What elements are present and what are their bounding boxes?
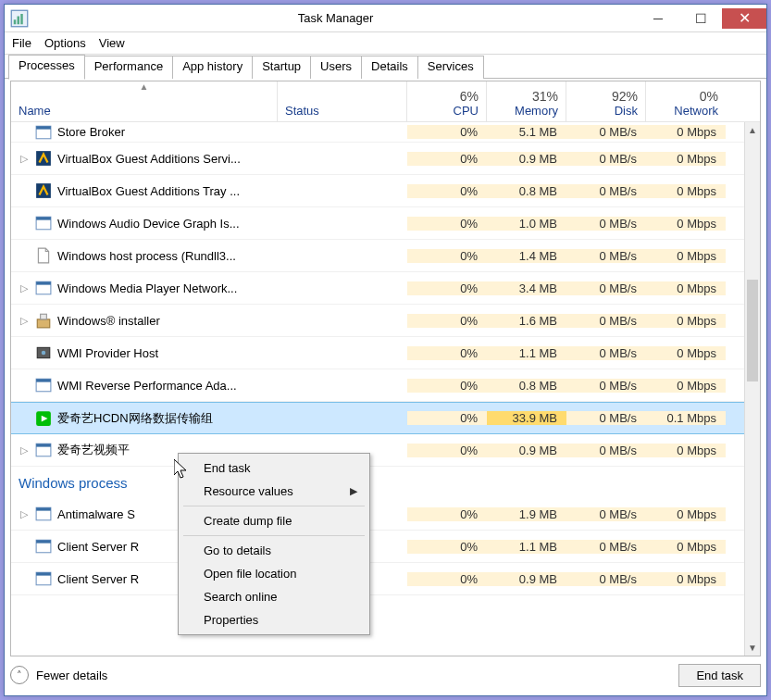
- expand-icon[interactable]: ▷: [17, 282, 31, 294]
- expand-icon[interactable]: ▷: [17, 444, 31, 456]
- table-row[interactable]: Windows host process (Rundll3...0%1.4 MB…: [11, 240, 760, 272]
- process-icon: [35, 442, 52, 458]
- network-cell: 0 Mbps: [646, 281, 726, 295]
- memory-cell: 1.6 MB: [487, 314, 566, 328]
- scroll-thumb[interactable]: [747, 280, 758, 381]
- svg-rect-13: [41, 314, 47, 319]
- svg-rect-17: [36, 379, 51, 381]
- process-icon: [35, 377, 52, 394]
- process-name: WMI Provider Host: [57, 346, 278, 360]
- cpu-cell: 0%: [407, 444, 487, 457]
- table-row[interactable]: Client Server R0%0.9 MB0 MB/s0 Mbps: [11, 563, 760, 595]
- svg-rect-24: [36, 540, 51, 543]
- tab-app-history[interactable]: App history: [172, 56, 253, 79]
- cpu-cell: 0%: [407, 314, 487, 328]
- memory-cell: 5.1 MB: [487, 125, 566, 139]
- ctx-properties[interactable]: Properties: [181, 608, 367, 631]
- table-row[interactable]: Windows Audio Device Graph Is...0%1.0 MB…: [11, 207, 760, 240]
- process-name: Windows Audio Device Graph Is...: [57, 217, 278, 231]
- footer: ˄ Fewer details End task: [10, 658, 761, 692]
- process-name: Store Broker: [57, 125, 278, 139]
- maximize-button[interactable]: ☐: [679, 8, 722, 29]
- end-task-button[interactable]: End task: [678, 664, 761, 687]
- scroll-down-icon[interactable]: ▼: [745, 640, 760, 656]
- scroll-up-icon[interactable]: ▲: [745, 122, 760, 138]
- scrollbar[interactable]: ▲ ▼: [744, 122, 760, 656]
- table-row[interactable]: ▷Windows Media Player Network...0%3.4 MB…: [11, 272, 760, 305]
- minimize-button[interactable]: ─: [637, 8, 679, 29]
- cpu-cell: 0%: [407, 540, 487, 554]
- svg-rect-11: [36, 281, 51, 284]
- menu-separator: [183, 535, 365, 536]
- cpu-cell: 0%: [407, 152, 487, 166]
- menu-view[interactable]: View: [99, 36, 125, 50]
- memory-cell: 0.8 MB: [487, 184, 566, 198]
- tab-performance[interactable]: Performance: [84, 56, 173, 79]
- expand-icon[interactable]: ▷: [17, 315, 31, 327]
- header-memory[interactable]: 31% Memory: [487, 81, 566, 121]
- memory-cell: 33.9 MB: [487, 411, 566, 425]
- ctx-open-location[interactable]: Open file location: [181, 562, 367, 585]
- tab-details[interactable]: Details: [361, 56, 418, 79]
- disk-cell: 0 MB/s: [566, 411, 646, 425]
- titlebar[interactable]: Task Manager ─ ☐ ✕: [5, 5, 766, 32]
- process-name: Windows® installer: [57, 314, 278, 328]
- memory-cell: 1.0 MB: [487, 217, 566, 231]
- table-row[interactable]: ▷Windows® installer0%1.6 MB0 MB/s0 Mbps: [11, 305, 760, 337]
- table-row[interactable]: WMI Provider Host0%1.1 MB0 MB/s0 Mbps: [11, 337, 760, 369]
- group-header: Windows process: [11, 467, 760, 498]
- table-row[interactable]: Client Server R0%1.1 MB0 MB/s0 Mbps: [11, 531, 760, 563]
- table-row[interactable]: 爱奇艺HCDN网络数据传输组0%33.9 MB0 MB/s0.1 Mbps: [11, 402, 760, 434]
- ctx-resource-values[interactable]: Resource values ▶: [181, 480, 367, 503]
- column-headers: ▲ Name Status 6% CPU 31% Memory 92% Disk…: [11, 81, 760, 122]
- expand-icon[interactable]: ▷: [17, 153, 31, 165]
- menu-file[interactable]: File: [12, 36, 31, 50]
- tab-startup[interactable]: Startup: [252, 56, 311, 79]
- svg-rect-20: [36, 444, 51, 446]
- tab-services[interactable]: Services: [417, 56, 484, 79]
- process-icon: [35, 150, 52, 167]
- table-row[interactable]: ▷VirtualBox Guest Additions Servi...0%0.…: [11, 143, 760, 175]
- menu-options[interactable]: Options: [44, 36, 86, 50]
- process-name: Windows host process (Rundll3...: [57, 249, 278, 263]
- table-row[interactable]: ▷爱奇艺视频平0%0.9 MB0 MB/s0 Mbps: [11, 434, 760, 467]
- ctx-search-online[interactable]: Search online: [181, 585, 367, 608]
- memory-cell: 1.1 MB: [487, 540, 566, 554]
- process-name: WMI Reverse Performance Ada...: [57, 379, 278, 393]
- cpu-cell: 0%: [407, 281, 487, 295]
- cpu-cell: 0%: [407, 507, 487, 521]
- svg-rect-1: [14, 19, 17, 24]
- cpu-cell: 0%: [407, 217, 487, 231]
- process-icon: [35, 570, 52, 587]
- tab-processes[interactable]: Processes: [8, 55, 85, 80]
- memory-cell: 0.9 MB: [487, 572, 566, 586]
- table-row[interactable]: ▷Antimalware S0%1.9 MB0 MB/s0 Mbps: [11, 498, 760, 531]
- network-cell: 0 Mbps: [646, 572, 726, 586]
- fewer-details-button[interactable]: ˄ Fewer details: [10, 666, 107, 684]
- process-icon: [35, 182, 52, 199]
- memory-cell: 1.4 MB: [487, 249, 566, 263]
- ctx-end-task[interactable]: End task: [181, 456, 367, 480]
- expand-icon[interactable]: ▷: [17, 508, 31, 520]
- header-network[interactable]: 0% Network: [646, 81, 726, 121]
- header-disk[interactable]: 92% Disk: [566, 81, 646, 121]
- header-cpu[interactable]: 6% CPU: [407, 81, 487, 121]
- disk-cell: 0 MB/s: [566, 184, 646, 198]
- disk-cell: 0 MB/s: [566, 217, 646, 231]
- cpu-cell: 0%: [407, 125, 487, 139]
- process-icon: [35, 124, 52, 141]
- context-menu: End task Resource values ▶ Create dump f…: [178, 453, 370, 635]
- ctx-create-dump[interactable]: Create dump file: [181, 509, 367, 532]
- header-name[interactable]: ▲ Name: [11, 81, 278, 121]
- table-row[interactable]: Store Broker0%5.1 MB0 MB/s0 Mbps: [11, 122, 760, 143]
- tab-users[interactable]: Users: [310, 56, 362, 79]
- disk-cell: 0 MB/s: [566, 125, 646, 139]
- process-name: 爱奇艺HCDN网络数据传输组: [57, 410, 278, 427]
- header-status[interactable]: Status: [278, 81, 407, 121]
- process-icon: [35, 312, 52, 329]
- process-icon: [35, 538, 52, 555]
- table-row[interactable]: WMI Reverse Performance Ada...0%0.8 MB0 …: [11, 369, 760, 402]
- close-button[interactable]: ✕: [722, 8, 766, 29]
- ctx-go-to-details[interactable]: Go to details: [181, 539, 367, 562]
- table-row[interactable]: VirtualBox Guest Additions Tray ...0%0.8…: [11, 175, 760, 207]
